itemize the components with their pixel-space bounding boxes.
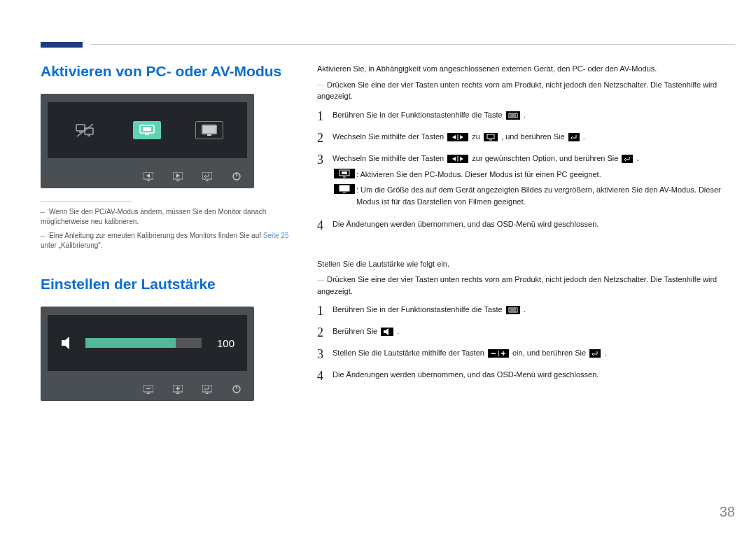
left-right-icon bbox=[447, 133, 468, 141]
osd-bottom-keys-2 bbox=[41, 379, 254, 401]
page-rule bbox=[91, 44, 735, 45]
section2-intro: Stellen Sie die Lautstärke wie folgt ein… bbox=[317, 258, 735, 270]
page-accent-bar bbox=[41, 42, 83, 48]
minus-plus-icon bbox=[488, 349, 509, 358]
plus-icon bbox=[173, 385, 183, 395]
volume-value: 100 bbox=[217, 337, 234, 349]
section1-heading: Aktivieren von PC- oder AV-Modus bbox=[41, 63, 300, 80]
step3-sub2: : Um die Größe des auf dem Gerät angezei… bbox=[332, 184, 735, 209]
av-mode-icon bbox=[334, 184, 355, 194]
section2-left: Einstellen der Lautstärke 100 bbox=[41, 276, 300, 401]
speaker-icon bbox=[381, 328, 393, 336]
right-column: Aktivieren Sie, in Abhängigkeit vom ange… bbox=[300, 63, 735, 414]
enter-icon bbox=[589, 349, 601, 358]
step-2: 2 Wechseln Sie mithilfe der Tasten zu , … bbox=[317, 131, 735, 146]
speaker-icon bbox=[60, 335, 77, 351]
osd-volume-row: 100 bbox=[48, 315, 247, 371]
step-num-3: 3 bbox=[317, 153, 332, 167]
osd-mode-row bbox=[48, 102, 247, 158]
volume-fill bbox=[85, 338, 176, 348]
svg-rect-0 bbox=[76, 125, 85, 131]
svg-rect-39 bbox=[342, 171, 347, 174]
section2-steps: 1 Berühren Sie in der Funktionstastenhil… bbox=[317, 304, 735, 384]
svg-rect-36 bbox=[622, 155, 633, 163]
minus-icon bbox=[144, 385, 153, 395]
footnote-rule bbox=[41, 201, 132, 202]
s2-step-4: 4 Die Änderungen werden übernommen, und … bbox=[317, 369, 735, 384]
osd-mode-illustration bbox=[41, 94, 254, 188]
page-number: 38 bbox=[720, 504, 735, 520]
s2-step-2: 2 Berühren Sie . bbox=[317, 325, 735, 340]
left-column: Aktivieren von PC- oder AV-Modus bbox=[41, 63, 300, 414]
svg-rect-42 bbox=[340, 185, 349, 191]
step-num-4: 4 bbox=[317, 218, 332, 233]
section1-steps: 1 Berühren Sie in der Funktionstastenhil… bbox=[317, 109, 735, 233]
pc-mode-icon bbox=[334, 169, 355, 178]
svg-rect-24 bbox=[506, 111, 520, 120]
section2-hint: Drücken Sie eine der vier Tasten unten r… bbox=[317, 274, 735, 297]
footnote-1: –Wenn Sie den PC/AV-Modus ändern, müssen… bbox=[41, 207, 300, 227]
footnote-2: –Eine Anleitung zur erneuten Kalibrierun… bbox=[41, 231, 300, 251]
svg-rect-54 bbox=[589, 349, 601, 358]
step-4: 4 Die Änderungen werden übernommen, und … bbox=[317, 218, 735, 233]
step-num-2: 2 bbox=[317, 131, 332, 146]
svg-rect-6 bbox=[143, 127, 151, 131]
section2-heading: Einstellen der Lautstärke bbox=[41, 276, 300, 293]
enter-icon bbox=[622, 155, 633, 163]
section1-intro: Aktivieren Sie, in Abhängigkeit vom ange… bbox=[317, 63, 735, 75]
mode-icon-pc-selected bbox=[133, 121, 161, 139]
right-arrow-icon bbox=[173, 172, 183, 182]
pc-icon bbox=[484, 133, 498, 141]
section2-right: Stellen Sie die Lautstärke wie folgt ein… bbox=[317, 258, 735, 384]
step-3: 3 Wechseln Sie mithilfe der Tasten zur g… bbox=[317, 153, 735, 211]
step3-sub1: : Aktivieren Sie den PC-Modus. Dieser Mo… bbox=[332, 169, 735, 181]
volume-bar bbox=[85, 338, 202, 348]
enter-icon bbox=[202, 172, 212, 182]
svg-rect-13 bbox=[202, 172, 212, 179]
s2-step-1: 1 Berühren Sie in der Funktionstastenhil… bbox=[317, 304, 735, 318]
menu-icon bbox=[506, 111, 520, 120]
step-num-1: 1 bbox=[317, 109, 332, 124]
enter-icon bbox=[202, 385, 212, 395]
osd-bottom-keys bbox=[41, 166, 254, 188]
left-right-icon bbox=[447, 155, 468, 163]
svg-rect-21 bbox=[202, 385, 212, 392]
menu-icon bbox=[506, 306, 520, 314]
page-content: Aktivieren von PC- oder AV-Modus bbox=[41, 63, 735, 414]
svg-rect-33 bbox=[568, 133, 580, 141]
mode-icon-disabled bbox=[71, 121, 99, 139]
osd-volume-illustration: 100 bbox=[41, 307, 254, 401]
step-1: 1 Berühren Sie in der Funktionstastenhil… bbox=[317, 109, 735, 124]
power-icon bbox=[232, 172, 241, 182]
link-seite25[interactable]: Seite 25 bbox=[263, 232, 289, 239]
s2-step-3: 3 Stellen Sie die Lautstärke mithilfe de… bbox=[317, 347, 735, 362]
mode-icon-av bbox=[195, 121, 223, 139]
svg-rect-44 bbox=[506, 306, 520, 314]
section1-hint: Drücken Sie eine der vier Tasten unten r… bbox=[317, 79, 735, 102]
power-icon bbox=[232, 385, 241, 395]
svg-rect-9 bbox=[203, 126, 216, 133]
left-arrow-icon bbox=[144, 172, 153, 182]
enter-icon bbox=[568, 133, 580, 141]
